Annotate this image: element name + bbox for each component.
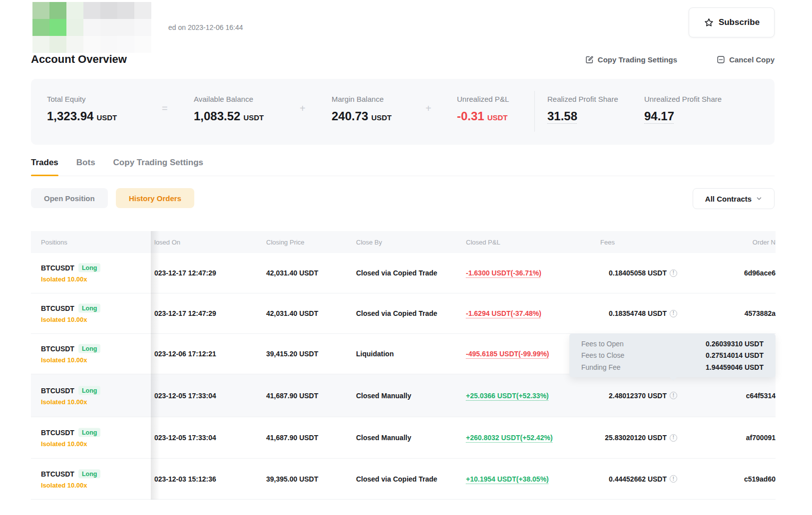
close-by-cell: Closed Manually (356, 434, 411, 442)
order-no-cell: 4573882a (745, 309, 776, 317)
stat-label: Unrealized Profit Share (644, 95, 722, 103)
position-cell: BTCUSDT Long Isolated 10.00x (41, 304, 100, 323)
fees-cell: 25.83020120 USDT ! (605, 434, 677, 442)
side-badge: Long (78, 304, 101, 313)
close-by-cell: Closed via Copied Trade (356, 475, 437, 483)
cancel-copy-label: Cancel Copy (729, 55, 775, 64)
stat-label: Available Balance (194, 95, 264, 103)
closing-price-cell: 41,687.90 USDT (266, 392, 318, 400)
stat-item: Total Equity1,323.94USDT (47, 79, 117, 123)
stat-label: Total Equity (47, 95, 117, 103)
tooltip-row: Fees to Close0.27514014 USDT (581, 350, 764, 362)
side-badge: Long (78, 469, 101, 478)
symbol-label: BTCUSDT (41, 386, 74, 394)
tooltip-label: Funding Fee (581, 363, 621, 371)
stat-item: Unrealized P&L-0.31USDT (457, 79, 509, 123)
order-no-cell: af700091 (746, 434, 776, 442)
tooltip-value: 0.26039310 USDT (706, 340, 764, 348)
position-cell: BTCUSDT Long Isolated 10.00x (41, 469, 100, 489)
tab-bots[interactable]: Bots (76, 158, 95, 176)
margin-mode-label: Isolated 10.00x (41, 481, 100, 489)
closing-price-cell: 42,031.40 USDT (266, 309, 318, 317)
info-icon[interactable]: ! (670, 434, 677, 442)
stat-value: 31.58 (547, 109, 618, 123)
fees-value: 0.44452662 USDT (609, 475, 667, 483)
copy-trading-settings-link[interactable]: Copy Trading Settings (585, 55, 677, 64)
symbol-label: BTCUSDT (41, 264, 74, 272)
closing-price-cell: 41,687.90 USDT (266, 434, 318, 442)
margin-mode-label: Isolated 10.00x (41, 356, 100, 364)
copy-trading-settings-label: Copy Trading Settings (598, 55, 677, 64)
column-header: Fees (600, 239, 615, 246)
side-badge: Long (78, 386, 101, 395)
history-orders-button[interactable]: History Orders (116, 188, 194, 208)
closed-pnl-cell[interactable]: +260.8032 USDT(+52.42%) (466, 434, 553, 442)
closed-on-cell: 023-12-05 17:33:04 (154, 434, 216, 442)
stat-operator: + (425, 103, 431, 114)
info-icon[interactable]: ! (670, 475, 677, 483)
stat-item[interactable]: Unrealized Profit Share94.17 (644, 79, 722, 123)
stat-value: 1,323.94USDT (47, 109, 117, 123)
cancel-copy-link[interactable]: Cancel Copy (717, 55, 775, 64)
sticky-column-shadow (151, 231, 160, 500)
stat-label: Margin Balance (332, 95, 392, 103)
closed-on-cell: 023-12-06 17:12:21 (154, 350, 216, 358)
closed-on-cell: 023-12-05 17:33:04 (154, 392, 216, 400)
contracts-filter-dropdown[interactable]: All Contracts (693, 188, 775, 209)
margin-mode-label: Isolated 10.00x (41, 275, 100, 283)
closed-pnl-cell[interactable]: -1.6300 USDT(-36.71%) (466, 269, 541, 277)
subscribe-button[interactable]: Subscribe (689, 7, 775, 37)
stat-operator: + (300, 103, 306, 114)
side-badge: Long (78, 263, 101, 272)
closed-pnl-cell[interactable]: +10.1954 USDT(+38.05%) (466, 475, 549, 483)
position-cell: BTCUSDT Long Isolated 10.00x (41, 428, 100, 448)
star-icon (704, 17, 714, 28)
tooltip-value: 1.94459046 USDT (706, 363, 764, 371)
closed-on-cell: 023-12-17 12:47:29 (154, 309, 216, 317)
fees-cell: 0.44452662 USDT ! (609, 475, 677, 483)
info-icon[interactable]: ! (670, 392, 677, 399)
table-row: BTCUSDT Long Isolated 10.00x 023-12-05 1… (31, 374, 776, 417)
closed-pnl-cell[interactable]: +25.0366 USDT(+52.33%) (466, 392, 549, 400)
side-badge: Long (78, 344, 101, 353)
open-position-button[interactable]: Open Position (31, 188, 108, 208)
order-no-cell: 6d96ace6 (744, 269, 776, 277)
info-icon[interactable]: ! (670, 310, 677, 317)
symbol-label: BTCUSDT (41, 304, 74, 312)
table-header-row: Positionslosed OnClosing PriceClose ByCl… (31, 231, 776, 253)
closed-pnl-cell[interactable]: -1.6294 USDT(-37.48%) (466, 309, 541, 317)
close-by-cell: Closed Manually (356, 392, 411, 400)
table-row: BTCUSDT Long Isolated 10.00x 023-12-17 1… (31, 293, 776, 334)
tab-copy-trading-settings[interactable]: Copy Trading Settings (113, 158, 203, 176)
fees-cell: 0.18405058 USDT ! (609, 269, 677, 277)
close-by-cell: Closed via Copied Trade (356, 309, 437, 317)
column-header: Order N (753, 239, 776, 246)
fees-value: 2.48012370 USDT (609, 392, 667, 400)
tab-trades[interactable]: Trades (31, 158, 58, 176)
edit-icon (585, 55, 594, 64)
tab-bar: TradesBotsCopy Trading Settings (31, 158, 775, 176)
info-icon[interactable]: ! (670, 269, 677, 277)
table-row: BTCUSDT Long Isolated 10.00x 023-12-05 1… (31, 417, 776, 459)
stat-item[interactable]: Realized Profit Share31.58 (547, 79, 618, 123)
margin-mode-label: Isolated 10.00x (41, 398, 100, 405)
table-row: BTCUSDT Long Isolated 10.00x 023-12-17 1… (31, 253, 776, 293)
minus-square-icon (717, 55, 725, 64)
order-no-cell: c519ad60 (744, 475, 776, 483)
history-orders-table: Positionslosed OnClosing PriceClose ByCl… (31, 231, 776, 500)
trader-avatar-blurred (32, 2, 151, 53)
fees-cell: 0.18354748 USDT ! (609, 309, 677, 317)
closed-on-cell: 023-12-17 12:47:29 (154, 269, 216, 277)
position-cell: BTCUSDT Long Isolated 10.00x (41, 263, 100, 283)
stat-value: 1,083.52USDT (194, 109, 264, 123)
account-stats-bar: Total Equity1,323.94USDTAvailable Balanc… (31, 79, 775, 145)
stat-value: -0.31USDT (457, 109, 509, 123)
closed-pnl-cell[interactable]: -495.6185 USDT(-99.99%) (466, 350, 549, 358)
tooltip-value: 0.27514014 USDT (706, 351, 764, 359)
stat-operator: = (162, 103, 168, 114)
position-cell: BTCUSDT Long Isolated 10.00x (41, 386, 100, 405)
stats-divider (534, 91, 535, 132)
margin-mode-label: Isolated 10.00x (41, 316, 100, 323)
side-badge: Long (78, 428, 101, 437)
tooltip-row: Fees to Open0.26039310 USDT (581, 338, 764, 350)
